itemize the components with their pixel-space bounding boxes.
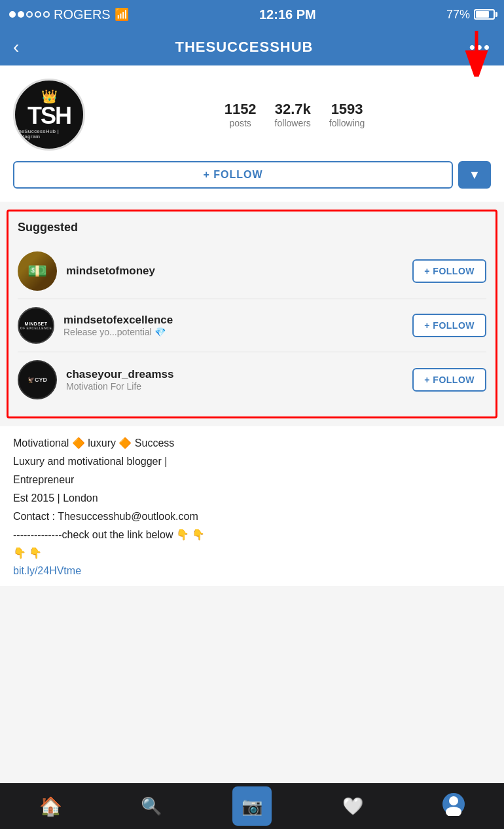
suggested-info-1: mindsetofmoney <box>66 265 403 278</box>
posts-count: 1152 <box>225 101 257 118</box>
nav-activity[interactable]: 🤍 <box>333 786 372 826</box>
dropdown-button[interactable]: ▼ <box>458 161 491 189</box>
profile-buttons: + FOLLOW ▼ <box>13 161 491 189</box>
suggested-avatar-3: 🦅CYD <box>18 360 57 399</box>
wifi-icon: 📶 <box>115 7 129 22</box>
suggested-follow-button-3[interactable]: + FOLLOW <box>412 368 486 392</box>
battery-percent: 77% <box>446 8 470 22</box>
suggested-title: Suggested <box>18 221 486 234</box>
bio-line-6: --------------check out the link below 👇… <box>13 527 491 543</box>
nav-profile[interactable] <box>434 786 473 826</box>
crown-icon: 👑 <box>41 90 58 103</box>
avatar-subtitle: TheSuccessHub | Instagram <box>15 129 83 139</box>
suggested-desc-3: Motivation For Life <box>66 381 403 392</box>
bio-link[interactable]: bit.ly/24HVtme <box>13 565 491 577</box>
page-title: THESUCCESSHUB <box>175 39 313 56</box>
bio-section: Motivational 🔶 luxury 🔶 Success Luxury a… <box>0 426 504 586</box>
status-left: ROGERS 📶 <box>9 7 129 22</box>
suggested-info-2: mindsetofexcellence Release yo...potenti… <box>63 314 403 337</box>
followers-count: 32.7k <box>275 101 311 118</box>
bio-line-7: 👇 👇 <box>13 545 491 561</box>
signal-dots <box>9 11 50 18</box>
status-bar: ROGERS 📶 12:16 PM 77% <box>0 0 504 29</box>
nav-search[interactable]: 🔍 <box>132 786 171 826</box>
nav-home[interactable]: 🏠 <box>31 786 70 826</box>
clock: 12:16 PM <box>259 7 316 22</box>
search-icon: 🔍 <box>141 796 162 817</box>
suggested-item: 💵 mindsetofmoney + FOLLOW <box>18 244 486 299</box>
svg-point-3 <box>449 796 458 805</box>
suggested-item: 🦅CYD chaseyour_dreamss Motivation For Li… <box>18 352 486 407</box>
followers-label: followers <box>275 118 311 128</box>
heart-icon: 🤍 <box>342 796 363 817</box>
stats-row: 1152 posts 32.7k followers 1593 followin… <box>98 101 491 128</box>
header: ‹ THESUCCESSHUB ••• <box>0 29 504 65</box>
following-count: 1593 <box>329 101 365 118</box>
suggested-username-2: mindsetofexcellence <box>63 314 403 327</box>
posts-stat: 1152 posts <box>225 101 257 128</box>
following-label: following <box>329 118 365 128</box>
suggested-username-3: chaseyour_dreamss <box>66 368 403 381</box>
suggested-desc-2: Release yo...potential 💎 <box>63 327 403 337</box>
suggested-follow-button-1[interactable]: + FOLLOW <box>412 259 486 283</box>
bio-line-2: Luxury and motivational blogger | <box>13 454 491 470</box>
camera-icon: 📷 <box>242 796 262 817</box>
bio-line-1: Motivational 🔶 luxury 🔶 Success <box>13 435 491 451</box>
bio-line-5: Contact : Thesuccesshub@outlook.com <box>13 509 491 525</box>
home-icon: 🏠 <box>39 796 62 817</box>
suggested-avatar-2: MINDSET OF EXCELLENCE <box>18 307 54 344</box>
posts-label: posts <box>225 118 257 128</box>
profile-section: 👑 TSH TheSuccessHub | Instagram 1152 pos… <box>0 65 504 202</box>
back-button[interactable]: ‹ <box>13 37 19 58</box>
suggested-item: MINDSET OF EXCELLENCE mindsetofexcellenc… <box>18 299 486 352</box>
bio-line-3: Entrepreneur <box>13 472 491 488</box>
profile-top: 👑 TSH TheSuccessHub | Instagram 1152 pos… <box>13 79 491 151</box>
suggested-avatar-1: 💵 <box>18 251 57 291</box>
following-stat: 1593 following <box>329 101 365 128</box>
bio-line-4: Est 2015 | London <box>13 490 491 506</box>
bottom-nav: 🏠 🔍 📷 🤍 <box>0 783 504 829</box>
profile-icon <box>442 792 465 820</box>
followers-stat: 32.7k followers <box>275 101 311 128</box>
avatar: 👑 TSH TheSuccessHub | Instagram <box>13 79 85 151</box>
nav-camera[interactable]: 📷 <box>232 786 272 826</box>
suggested-section: Suggested 💵 mindsetofmoney + FOLLOW MIND… <box>7 210 497 418</box>
carrier-label: ROGERS <box>54 7 111 22</box>
avatar-initials: TSH <box>27 104 71 128</box>
suggested-username-1: mindsetofmoney <box>66 265 403 278</box>
follow-button[interactable]: + FOLLOW <box>13 161 453 189</box>
more-button[interactable]: ••• <box>469 37 491 57</box>
suggested-follow-button-2[interactable]: + FOLLOW <box>412 314 486 337</box>
status-right: 77% <box>446 8 495 22</box>
battery-icon <box>474 9 495 20</box>
suggested-info-3: chaseyour_dreamss Motivation For Life <box>66 368 403 392</box>
